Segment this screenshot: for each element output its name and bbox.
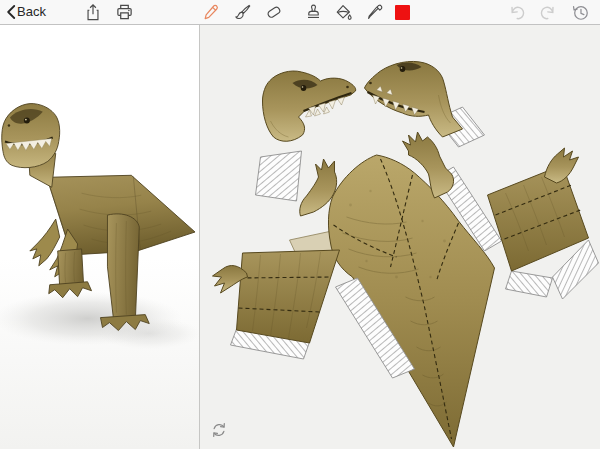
template-head-right — [365, 61, 485, 147]
share-button[interactable] — [82, 0, 104, 24]
template-head-left — [256, 71, 356, 201]
refresh-icon — [210, 427, 228, 442]
eyedropper-tool-button[interactable] — [363, 0, 385, 24]
pencil-icon — [201, 3, 220, 22]
model-nostril — [8, 124, 10, 126]
back-button[interactable]: Back — [6, 0, 46, 24]
undo-icon — [508, 3, 527, 21]
history-icon — [571, 3, 590, 22]
brush-icon — [233, 3, 252, 22]
brush-tool-button[interactable] — [231, 0, 253, 24]
eyedropper-icon — [365, 3, 384, 22]
stamp-tool-button[interactable] — [302, 0, 324, 24]
stamp-icon — [304, 3, 323, 22]
nostril — [369, 82, 372, 85]
glue-tab — [256, 151, 302, 201]
current-color-swatch — [395, 5, 410, 20]
pencil-tool-button[interactable] — [199, 0, 221, 24]
template-foot-right — [545, 148, 579, 183]
eraser-icon — [264, 3, 283, 22]
trex-3d-model — [0, 25, 199, 449]
glue-tab — [506, 271, 553, 297]
trex-template-net — [200, 25, 600, 449]
eye — [301, 85, 307, 91]
fill-tool-button[interactable] — [332, 0, 354, 24]
fill-bucket-icon — [334, 3, 353, 22]
template-leg-right — [488, 148, 599, 299]
redo-icon — [538, 3, 557, 21]
share-icon — [84, 3, 102, 22]
model-preview-pane[interactable] — [0, 25, 200, 449]
eye — [400, 66, 406, 72]
workspace — [0, 25, 600, 449]
print-icon — [115, 3, 134, 21]
eraser-tool-button[interactable] — [262, 0, 284, 24]
model-eye — [24, 118, 30, 124]
refresh-view-button[interactable] — [209, 421, 229, 441]
template-leg-left — [213, 250, 340, 359]
toolbar: Back — [0, 0, 600, 25]
model-front-leg — [49, 249, 92, 298]
nostril — [346, 86, 349, 89]
model-head — [2, 104, 60, 168]
papercraft-editor-window: Back — [0, 0, 600, 449]
back-button-label: Back — [17, 0, 46, 24]
print-button[interactable] — [112, 0, 136, 24]
color-swatch-button[interactable] — [393, 0, 411, 24]
redo-button[interactable] — [537, 0, 557, 24]
undo-button[interactable] — [507, 0, 527, 24]
back-chevron-icon — [6, 5, 16, 19]
history-button[interactable] — [569, 0, 591, 24]
template-canvas-pane[interactable] — [200, 25, 600, 449]
